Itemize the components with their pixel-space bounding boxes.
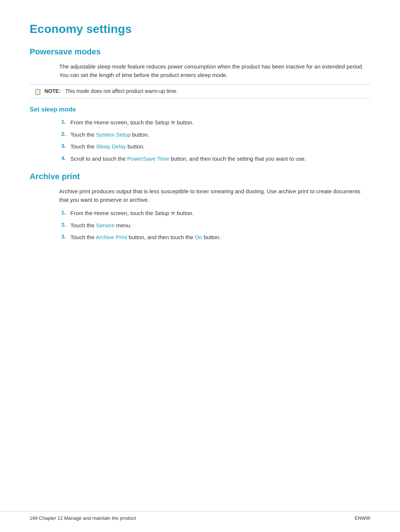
footer-left: 194 Chapter 12 Manage and maintain the p… [30, 515, 136, 521]
system-setup-link[interactable]: System Setup [96, 131, 130, 138]
step-number: 1. [59, 118, 66, 125]
archive-description: Archive print produces output that is le… [59, 187, 370, 204]
list-item: 3. Touch the Archive Print button, and t… [59, 233, 370, 242]
note-label: NOTE: [44, 88, 61, 94]
powersave-time-link[interactable]: PowerSave Time [127, 155, 169, 162]
step-text: Touch the System Setup button. [70, 131, 149, 139]
archive-steps: 1. From the Home screen, touch the Setup… [59, 209, 370, 242]
step-text: Touch the Sleep Delay button. [70, 143, 144, 151]
on-link[interactable]: On [195, 234, 202, 240]
step-number: 4. [59, 155, 66, 161]
step-text: From the Home screen, touch the Setup ⚒ … [70, 118, 194, 127]
list-item: 1. From the Home screen, touch the Setup… [59, 118, 370, 127]
sleep-delay-link[interactable]: Sleep Delay [96, 143, 126, 150]
page-footer: 194 Chapter 12 Manage and maintain the p… [0, 511, 400, 521]
setup-icon: ⚒ [171, 119, 175, 127]
step-number: 3. [59, 233, 66, 240]
sleep-mode-title: Set sleep mode [30, 106, 370, 113]
step-text: Scroll to and touch the PowerSave Time b… [70, 155, 306, 163]
step-number: 3. [59, 143, 66, 149]
page-title: Economy settings [30, 22, 370, 36]
list-item: 4. Scroll to and touch the PowerSave Tim… [59, 155, 370, 163]
list-item: 2. Touch the System Setup button. [59, 131, 370, 139]
footer-right: ENWW [354, 515, 370, 521]
powersave-description: The adjustable sleep mode feature reduce… [59, 63, 370, 79]
step-text: Touch the Archive Print button, and then… [70, 233, 221, 242]
note-box: 📋 NOTE: This mode does not affect produc… [30, 84, 370, 98]
archive-section: Archive print Archive print produces out… [30, 172, 370, 242]
step-number: 2. [59, 221, 66, 228]
service-link[interactable]: Service [96, 222, 114, 228]
note-text: This mode does not affect product warm-u… [65, 88, 178, 94]
powersave-section: Powersave modes The adjustable sleep mod… [30, 47, 370, 163]
archive-title: Archive print [30, 172, 370, 181]
archive-print-link[interactable]: Archive Print [96, 234, 127, 240]
step-number: 1. [59, 209, 66, 215]
list-item: 1. From the Home screen, touch the Setup… [59, 209, 370, 218]
note-icon: 📋 [34, 88, 41, 95]
sleep-mode-steps: 1. From the Home screen, touch the Setup… [59, 118, 370, 163]
step-number: 2. [59, 131, 66, 137]
step-text: From the Home screen, touch the Setup ⚒ … [70, 209, 194, 218]
step-text: Touch the Service menu. [70, 221, 131, 230]
list-item: 2. Touch the Service menu. [59, 221, 370, 230]
setup-icon: ⚒ [171, 210, 175, 217]
list-item: 3. Touch the Sleep Delay button. [59, 143, 370, 151]
powersave-title: Powersave modes [30, 47, 370, 57]
sleep-mode-subsection: Set sleep mode 1. From the Home screen, … [30, 106, 370, 163]
